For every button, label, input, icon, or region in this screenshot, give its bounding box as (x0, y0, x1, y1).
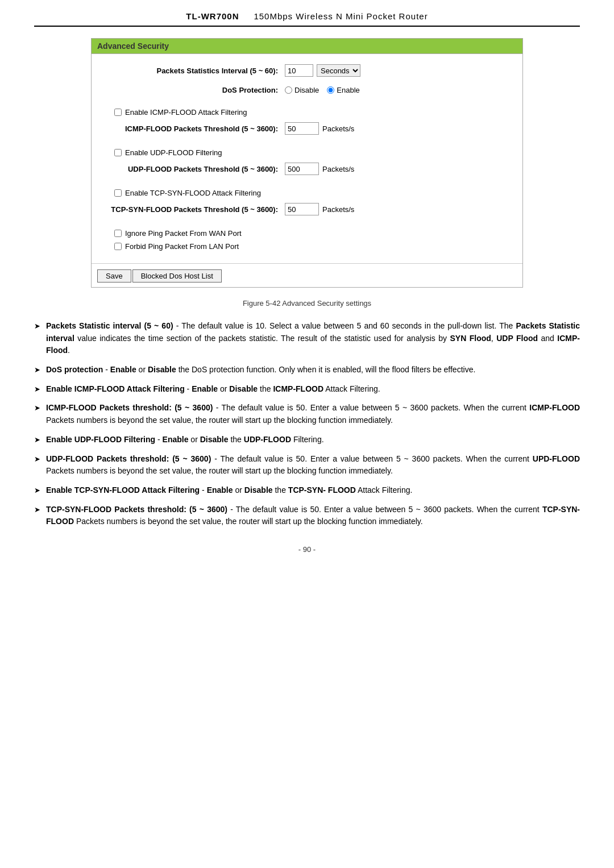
list-item: ➤ Packets Statistic interval (5 ~ 60) - … (34, 320, 580, 357)
icmp-checkbox[interactable] (114, 109, 122, 116)
udp-threshold-input[interactable] (285, 163, 319, 175)
page-number: - 90 - (34, 545, 580, 554)
icmp-threshold-row: ICMP-FLOOD Packets Threshold (5 ~ 3600):… (103, 118, 511, 139)
dos-disable-radio[interactable] (285, 86, 292, 94)
packets-stats-label: Packets Statistics Interval (5 ~ 60): (103, 67, 285, 75)
icmp-threshold-unit: Packets/s (322, 124, 354, 133)
list-item: ➤ UDP-FLOOD Packets threshold: (5 ~ 3600… (34, 453, 580, 477)
udp-threshold-label: UDP-FLOOD Packets Threshold (5 ~ 3600): (103, 165, 285, 173)
header-description: 150Mbps Wireless N Mini Pocket Router (254, 11, 428, 21)
security-box-title: Advanced Security (92, 39, 522, 54)
dos-disable-text: Disable (294, 86, 319, 94)
dos-disable-label[interactable]: Disable (285, 86, 319, 94)
ignore-ping-row: Ignore Ping Packet From WAN Port (103, 226, 511, 239)
icmp-threshold-label: ICMP-FLOOD Packets Threshold (5 ~ 3600): (103, 124, 285, 133)
save-button[interactable]: Save (97, 269, 131, 283)
icmp-threshold-input[interactable] (285, 122, 319, 135)
bullet-content-7: Enable TCP-SYN-FLOOD Attack Filtering - … (46, 484, 580, 497)
tcp-checkbox[interactable] (114, 189, 122, 197)
bottom-buttons: Save Blocked Dos Host List (92, 263, 522, 287)
blocked-dos-button[interactable]: Blocked Dos Host List (132, 269, 222, 283)
bullet-content-6: UDP-FLOOD Packets threshold: (5 ~ 3600) … (46, 453, 580, 477)
advanced-security-box: Advanced Security Packets Statistics Int… (91, 38, 523, 288)
bullet-content-2: DoS protection - Enable or Disable the D… (46, 364, 580, 376)
model-name: TL-WR700N (186, 11, 239, 21)
list-item: ➤ Enable TCP-SYN-FLOOD Attack Filtering … (34, 484, 580, 497)
icmp-threshold-controls: Packets/s (285, 122, 354, 135)
udp-threshold-unit: Packets/s (322, 165, 354, 173)
packets-stats-row: Packets Statistics Interval (5 ~ 60): Se… (103, 60, 511, 81)
bullet-content-3: Enable ICMP-FLOOD Attack Filtering - Ena… (46, 383, 580, 396)
tcp-checkbox-row: Enable TCP-SYN-FLOOD Attack Filtering (103, 185, 511, 198)
bullet-arrow-6: ➤ (34, 454, 40, 465)
ignore-ping-label: Ignore Ping Packet From WAN Port (125, 229, 242, 238)
list-item: ➤ ICMP-FLOOD Packets threshold: (5 ~ 360… (34, 402, 580, 426)
list-item: ➤ Enable ICMP-FLOOD Attack Filtering - E… (34, 383, 580, 396)
bullet-arrow-5: ➤ (34, 434, 40, 446)
bullet-arrow-3: ➤ (34, 384, 40, 395)
header-text: TL-WR700N 150Mbps Wireless N Mini Pocket… (186, 11, 428, 21)
forbid-ping-checkbox[interactable] (114, 243, 122, 250)
dos-protection-row: DoS Protection: Disable Enable (103, 81, 511, 99)
bullet-content-1: Packets Statistic interval (5 ~ 60) - Th… (46, 320, 580, 357)
tcp-checkbox-label: Enable TCP-SYN-FLOOD Attack Filtering (125, 189, 261, 197)
dos-enable-label[interactable]: Enable (327, 86, 359, 94)
tcp-threshold-input[interactable] (285, 203, 319, 215)
bullet-content-8: TCP-SYN-FLOOD Packets threshold: (5 ~ 36… (46, 504, 580, 528)
icmp-checkbox-row: Enable ICMP-FLOOD Attack Filtering (103, 105, 511, 118)
tcp-threshold-row: TCP-SYN-FLOOD Packets Threshold (5 ~ 360… (103, 198, 511, 220)
udp-threshold-controls: Packets/s (285, 163, 354, 175)
dos-protection-controls: Disable Enable (285, 86, 360, 94)
bullet-arrow-1: ➤ (34, 321, 40, 332)
list-item: ➤ Enable UDP-FLOOD Filtering - Enable or… (34, 434, 580, 446)
dos-enable-text: Enable (337, 86, 359, 94)
forbid-ping-label: Forbid Ping Packet From LAN Port (125, 242, 239, 251)
security-box-body: Packets Statistics Interval (5 ~ 60): Se… (92, 54, 522, 263)
bullet-content-5: Enable UDP-FLOOD Filtering - Enable or D… (46, 434, 580, 446)
packets-stats-select[interactable]: Seconds (317, 64, 360, 77)
bullet-content-4: ICMP-FLOOD Packets threshold: (5 ~ 3600)… (46, 402, 580, 426)
icmp-checkbox-label: Enable ICMP-FLOOD Attack Filtering (125, 108, 247, 117)
dos-protection-label: DoS Protection: (103, 86, 285, 94)
packets-stats-controls: Seconds (285, 64, 364, 77)
tcp-threshold-label: TCP-SYN-FLOOD Packets Threshold (5 ~ 360… (103, 205, 285, 214)
list-item: ➤ TCP-SYN-FLOOD Packets threshold: (5 ~ … (34, 504, 580, 528)
page-header: TL-WR700N 150Mbps Wireless N Mini Pocket… (34, 11, 580, 27)
bullet-arrow-7: ➤ (34, 485, 40, 496)
packets-stats-input[interactable] (285, 64, 313, 77)
tcp-threshold-unit: Packets/s (322, 205, 354, 214)
figure-caption: Figure 5-42 Advanced Security settings (34, 299, 580, 308)
forbid-ping-row: Forbid Ping Packet From LAN Port (103, 239, 511, 252)
udp-threshold-row: UDP-FLOOD Packets Threshold (5 ~ 3600): … (103, 158, 511, 180)
bullet-arrow-2: ➤ (34, 364, 40, 376)
dos-enable-radio[interactable] (327, 86, 334, 94)
udp-checkbox[interactable] (114, 149, 122, 156)
list-item: ➤ DoS protection - Enable or Disable the… (34, 364, 580, 376)
ignore-ping-checkbox[interactable] (114, 230, 122, 237)
bullet-list: ➤ Packets Statistic interval (5 ~ 60) - … (34, 320, 580, 528)
udp-checkbox-label: Enable UDP-FLOOD Filtering (125, 148, 222, 157)
udp-checkbox-row: Enable UDP-FLOOD Filtering (103, 145, 511, 158)
bullet-arrow-4: ➤ (34, 402, 40, 414)
bullet-arrow-8: ➤ (34, 504, 40, 516)
tcp-threshold-controls: Packets/s (285, 203, 354, 215)
